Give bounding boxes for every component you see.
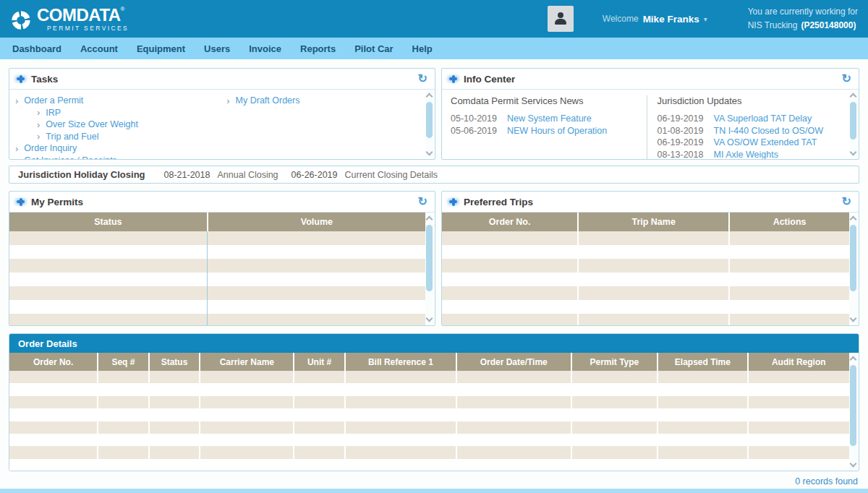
column-header[interactable]: Carrier Name — [200, 353, 293, 371]
brand-name: COMDATA® — [37, 7, 129, 24]
table-row — [9, 273, 425, 286]
person-icon — [554, 12, 567, 25]
scrollbar[interactable] — [849, 214, 857, 324]
table-cell — [9, 245, 208, 259]
table-cell — [98, 459, 148, 471]
panel-move-icon[interactable] — [449, 198, 457, 206]
scrollbar-thumb[interactable] — [850, 225, 856, 291]
link-irp[interactable]: ›IRP — [15, 107, 226, 119]
column-header[interactable]: Order No. — [442, 213, 577, 231]
scrollbar-thumb[interactable] — [850, 102, 856, 140]
nav-item-account[interactable]: Account — [71, 43, 127, 54]
column-header[interactable]: Actions — [730, 213, 849, 231]
column-header[interactable]: Bill Reference 1 — [346, 353, 456, 371]
info-center-panel: Info Center ↻ Comdata Permit Services Ne… — [441, 68, 859, 160]
nav-item-dashboard[interactable]: Dashboard — [3, 43, 71, 54]
news-link[interactable]: NEW Hours of Operation — [507, 126, 607, 136]
scrollbar-thumb[interactable] — [426, 102, 433, 138]
update-link[interactable]: TN I-440 Closed to OS/OW — [714, 126, 823, 136]
refresh-icon[interactable]: ↻ — [842, 196, 851, 207]
scroll-down-icon[interactable] — [426, 149, 433, 156]
table-cell — [150, 396, 200, 408]
scrollbar[interactable] — [849, 354, 857, 469]
link-order-inquiry[interactable]: ›Order Inquiry — [15, 142, 226, 155]
tasks-panel-body: ›Order a Permit ›IRP ›Over Size Over Wei… — [9, 90, 435, 159]
panel-move-icon[interactable] — [449, 75, 457, 83]
table-cell — [579, 245, 728, 259]
scroll-up-icon[interactable] — [850, 356, 857, 364]
nav-item-invoice[interactable]: Invoice — [239, 43, 291, 54]
holiday-label: Annual Closing — [217, 170, 278, 180]
scroll-up-icon[interactable] — [426, 93, 433, 100]
scroll-down-icon[interactable] — [850, 460, 857, 468]
table-row — [442, 300, 849, 314]
comdata-logo[interactable]: COMDATA® PERMIT SERVICES — [10, 7, 129, 32]
table-cell — [294, 371, 344, 383]
working-for-banner: You are currently working for NIS Trucki… — [748, 5, 858, 32]
table-cell — [9, 408, 97, 421]
update-link[interactable]: MI Axle Weights — [714, 150, 778, 159]
nav-item-equipment[interactable]: Equipment — [127, 43, 195, 54]
column-header[interactable]: Status — [150, 353, 200, 371]
refresh-icon[interactable]: ↻ — [842, 73, 851, 85]
table-cell — [346, 396, 456, 408]
update-link[interactable]: VA OS/OW Extended TAT — [714, 137, 817, 147]
refresh-icon[interactable]: ↻ — [418, 73, 427, 85]
table-body — [9, 231, 425, 325]
table-row — [9, 421, 849, 434]
table-cell — [572, 396, 658, 408]
table-cell — [658, 396, 746, 408]
dashboard-content: Tasks ↻ ›Order a Permit ›IRP ›Over Size … — [0, 59, 868, 493]
panel-move-icon[interactable] — [17, 75, 25, 83]
column-header[interactable]: Trip Name — [579, 213, 728, 231]
table-cell — [749, 434, 849, 446]
update-item: 06-19-2019VA OS/OW Extended TAT — [658, 137, 848, 149]
working-for-line1: You are currently working for — [748, 5, 858, 19]
user-menu[interactable]: Welcome Mike Franks ▾ — [603, 14, 707, 25]
link-order-a-permit[interactable]: ›Order a Permit — [15, 95, 226, 107]
table-row — [9, 314, 425, 325]
link-trip-and-fuel[interactable]: ›Trip and Fuel — [15, 131, 226, 143]
news-link[interactable]: New System Feature — [507, 113, 592, 124]
user-avatar[interactable] — [548, 6, 574, 32]
column-header[interactable]: Order Date/Time — [457, 353, 571, 371]
scroll-up-icon[interactable] — [426, 216, 433, 223]
holiday-date: 06-26-2019 — [292, 170, 338, 180]
table-cell — [200, 434, 293, 446]
scroll-up-icon[interactable] — [850, 216, 857, 223]
tasks-right-column: ›My Draft Orders — [226, 95, 299, 159]
column-header[interactable]: Elapsed Time — [658, 353, 746, 371]
panel-move-icon[interactable] — [17, 198, 25, 206]
link-my-draft-orders[interactable]: ›My Draft Orders — [226, 95, 299, 107]
column-header[interactable]: Audit Region — [749, 353, 849, 371]
scroll-down-icon[interactable] — [850, 149, 857, 156]
column-header[interactable]: Unit # — [294, 353, 344, 371]
refresh-icon[interactable]: ↻ — [418, 196, 427, 207]
table-row — [9, 383, 849, 395]
nav-item-help[interactable]: Help — [403, 43, 442, 54]
nav-item-pilot-car[interactable]: Pilot Car — [345, 43, 402, 54]
update-link[interactable]: VA Superload TAT Delay — [714, 113, 812, 124]
nav-item-users[interactable]: Users — [195, 43, 239, 54]
column-header[interactable]: Status — [9, 213, 207, 231]
table-row — [442, 245, 849, 259]
link-over-size-over-weight[interactable]: ›Over Size Over Weight — [15, 119, 226, 131]
table-cell — [457, 371, 571, 383]
scroll-up-icon[interactable] — [850, 93, 857, 100]
table-header-row: Status Volume — [9, 213, 425, 231]
scrollbar-thumb[interactable] — [850, 365, 856, 446]
column-header[interactable]: Permit Type — [572, 353, 658, 371]
scrollbar[interactable] — [425, 214, 433, 324]
table-cell — [200, 446, 293, 458]
link-get-invoices-receipts[interactable]: ›Get Invoices / Receipts — [15, 155, 226, 160]
column-header[interactable]: Volume — [208, 213, 425, 231]
scroll-down-icon[interactable] — [850, 315, 857, 322]
table-cell — [457, 421, 571, 434]
column-header[interactable]: Order No. — [9, 353, 97, 371]
column-header[interactable]: Seq # — [98, 353, 148, 371]
scrollbar[interactable] — [849, 91, 857, 158]
scrollbar-thumb[interactable] — [426, 225, 433, 291]
nav-item-reports[interactable]: Reports — [291, 43, 345, 54]
scrollbar[interactable] — [425, 91, 433, 158]
scroll-down-icon[interactable] — [426, 315, 433, 322]
